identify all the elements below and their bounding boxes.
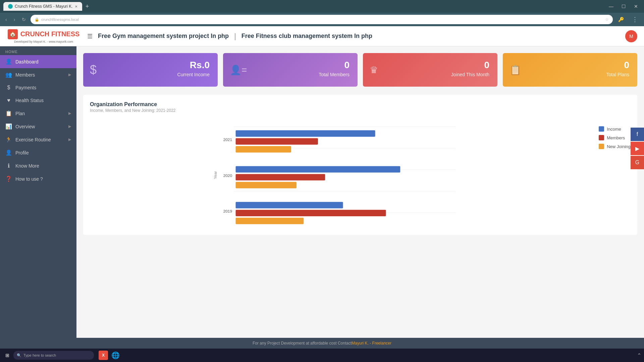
- active-tab[interactable]: Crunch Fitness GMS - Mayuri K. ✕: [3, 2, 82, 11]
- sidebar-item-payments[interactable]: $ Payments: [0, 81, 76, 94]
- chart-title: Organization Performance: [90, 101, 631, 107]
- plans-icon: 📋: [509, 64, 521, 76]
- income-icon: $: [90, 63, 97, 77]
- google-plus-button[interactable]: G: [631, 156, 644, 169]
- header-title-sub: Free Fitness club management system In p…: [241, 33, 372, 40]
- taskbar-search-bar[interactable]: 🔍 Type here to search: [13, 351, 94, 360]
- taskbar-xampp-icon[interactable]: X: [98, 350, 109, 361]
- footer-bar: For any Project Development at affordabl…: [0, 338, 644, 349]
- sidebar-item-overview[interactable]: 📊 Overview ▶: [0, 120, 76, 133]
- sidebar: HOME 👤 Dashboard 👥 Members ▶ $ Payments …: [0, 46, 76, 338]
- sidebar-item-dashboard[interactable]: 👤 Dashboard: [0, 55, 76, 68]
- tab-title: Crunch Fitness GMS - Mayuri K.: [15, 4, 73, 9]
- address-bar: ‹ › ↻ 🔒 crunchfitnessgms.local ☆ 🔑 ⋮: [0, 13, 644, 26]
- header-divider: |: [234, 32, 236, 41]
- tray-chevron[interactable]: ⌃: [637, 352, 641, 359]
- members-legend-label: Members: [607, 135, 625, 140]
- income-value: Rs.0: [190, 60, 210, 71]
- sidebar-item-how-to-use[interactable]: ❓ How to use ?: [0, 172, 76, 185]
- svg-text:2019: 2019: [223, 209, 232, 213]
- search-icon: 🔍: [17, 353, 21, 358]
- sidebar-label-plan: Plan: [15, 111, 25, 116]
- browser-chrome: Crunch Fitness GMS - Mayuri K. ✕ + — ☐ ✕: [0, 0, 644, 13]
- browser-menu-button[interactable]: ⋮: [629, 15, 641, 24]
- members-icon: 👥: [5, 72, 12, 78]
- facebook-button[interactable]: f: [631, 128, 644, 141]
- footer-text: For any Project Development at affordabl…: [253, 341, 352, 346]
- members-arrow-icon: ▶: [68, 73, 71, 77]
- back-button[interactable]: ‹: [3, 16, 9, 23]
- svg-rect-12: [236, 174, 325, 180]
- legend-new-joining: New Joining: [599, 144, 631, 149]
- logo-icon: 🏠: [8, 29, 18, 39]
- stat-cards-row: $ Rs.0 Current Income 👤= 0 Total Members…: [83, 53, 637, 87]
- sidebar-label-exercise: Exercise Routine: [15, 137, 51, 142]
- members-value: 0: [344, 60, 350, 71]
- close-button[interactable]: ✕: [631, 3, 641, 10]
- sidebar-item-profile[interactable]: 👤 Profile: [0, 146, 76, 159]
- joined-label: Joined This Month: [451, 72, 489, 77]
- hamburger-icon[interactable]: ☰: [87, 33, 93, 40]
- sidebar-home-label: HOME: [0, 46, 76, 55]
- stat-card-current-income: $ Rs.0 Current Income: [83, 53, 218, 87]
- start-icon: ⊞: [5, 353, 9, 358]
- overview-arrow-icon: ▶: [68, 124, 71, 129]
- url-text: crunchfitnessgms.local: [41, 17, 78, 21]
- sidebar-label-know-more: Know More: [15, 163, 39, 169]
- maximize-button[interactable]: ☐: [619, 3, 629, 10]
- sidebar-label-profile: Profile: [15, 150, 29, 155]
- avatar[interactable]: M: [625, 30, 637, 42]
- income-legend-color: [599, 126, 604, 132]
- taskbar-chrome-icon[interactable]: 🌐: [110, 350, 121, 361]
- youtube-button[interactable]: ▶: [631, 142, 644, 155]
- sidebar-label-health: Health Status: [15, 98, 44, 103]
- health-icon: ♥: [5, 97, 12, 103]
- footer-link[interactable]: Mayuri K. - Freelancer: [352, 341, 391, 346]
- reload-button[interactable]: ↻: [20, 16, 28, 23]
- plans-label: Total Plans: [606, 72, 629, 77]
- bookmark-star-icon[interactable]: ☆: [605, 17, 609, 22]
- logo-subtitle: Developed by Mayuri K. - www.mayurik.com: [14, 40, 73, 43]
- sidebar-item-plan[interactable]: 📋 Plan ▶: [0, 107, 76, 120]
- svg-text:Year: Year: [213, 171, 217, 179]
- window-controls: — ☐ ✕: [606, 3, 641, 10]
- plans-value: 0: [624, 60, 629, 71]
- minimize-button[interactable]: —: [606, 3, 616, 10]
- new-joining-legend-label: New Joining: [607, 144, 631, 149]
- plan-arrow-icon: ▶: [68, 111, 71, 116]
- how-to-use-icon: ❓: [5, 176, 12, 182]
- svg-rect-17: [236, 218, 304, 224]
- members-card-icon: 👤=: [230, 64, 247, 76]
- bar-chart-svg: Year 2021: [90, 120, 585, 227]
- taskbar: ⊞ 🔍 Type here to search X 🌐 ⌃: [0, 349, 644, 362]
- sidebar-item-health-status[interactable]: ♥ Health Status: [0, 94, 76, 107]
- sidebar-item-exercise-routine[interactable]: 🏃 Exercise Routine ▶: [0, 133, 76, 146]
- sidebar-item-know-more[interactable]: ℹ Know More: [0, 159, 76, 172]
- new-tab-button[interactable]: +: [84, 2, 91, 11]
- stat-card-joined-this-month: ♛ 0 Joined This Month: [363, 53, 497, 87]
- close-tab-button[interactable]: ✕: [75, 5, 77, 8]
- svg-rect-11: [236, 166, 400, 173]
- logo-text: CRUNCH FITNESS: [20, 30, 80, 38]
- svg-text:2020: 2020: [223, 173, 232, 178]
- svg-rect-9: [236, 146, 291, 152]
- chrome-logo: 🌐: [111, 351, 120, 359]
- svg-rect-13: [236, 182, 297, 188]
- logo-area: 🏠 CRUNCH FITNESS Developed by Mayuri K. …: [7, 29, 80, 43]
- url-bar[interactable]: 🔒 crunchfitnessgms.local ☆: [31, 15, 613, 24]
- svg-rect-15: [236, 202, 343, 208]
- main-content: $ Rs.0 Current Income 👤= 0 Total Members…: [76, 46, 644, 338]
- sidebar-item-members[interactable]: 👥 Members ▶: [0, 68, 76, 81]
- exercise-arrow-icon: ▶: [68, 137, 71, 142]
- social-sidebar: f ▶ G: [631, 128, 644, 169]
- sidebar-label-overview: Overview: [15, 124, 35, 129]
- main-layout: HOME 👤 Dashboard 👥 Members ▶ $ Payments …: [0, 46, 644, 338]
- sidebar-label-members: Members: [15, 72, 35, 78]
- tab-favicon: [8, 4, 13, 9]
- forward-button[interactable]: ›: [12, 16, 17, 23]
- start-button[interactable]: ⊞: [3, 351, 12, 359]
- overview-icon: 📊: [5, 123, 12, 130]
- chart-legend: Income Members New Joining: [599, 120, 631, 149]
- header-title-main: Free Gym management system project In ph…: [98, 33, 229, 40]
- lock-icon: 🔒: [35, 17, 39, 22]
